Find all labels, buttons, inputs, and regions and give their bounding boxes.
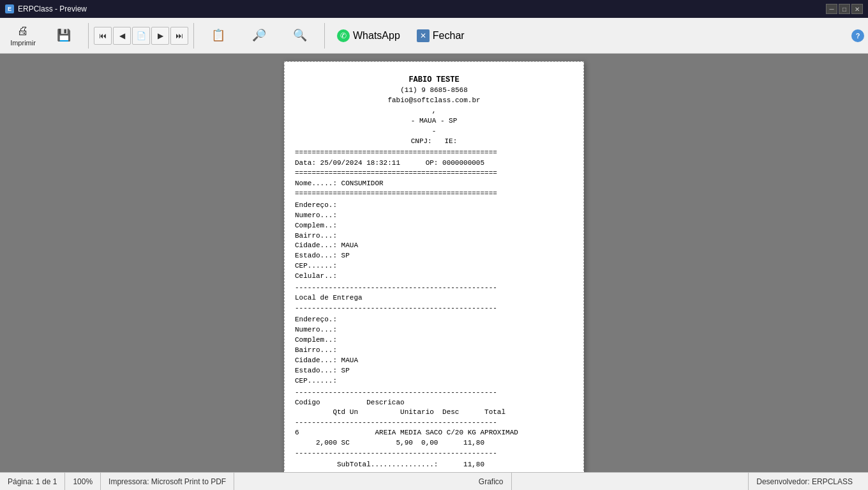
separator-1: ========================================… [295,148,573,158]
address-line-1: Numero...: [295,211,573,221]
zoom-out-button[interactable]: 🔍 [281,25,319,47]
separator-3: ========================================… [295,189,573,199]
delivery-line-5: Estado...: SP [295,366,573,376]
help-button[interactable]: ? [851,29,864,42]
doc-header: FABIO TESTE (11) 9 8685-8568 fabio@softc… [295,75,573,147]
cnpj-line: CNPJ: IE: [295,137,573,147]
restore-button[interactable]: □ [839,4,850,14]
dash-sep-1: ----------------------------------------… [295,283,573,293]
subtotal-line: SubTotal...............: 11,80 [295,460,573,470]
main-area: FABIO TESTE (11) 9 8685-8568 fabio@softc… [0,54,868,472]
col-sub: Qtd Un Unitario Desc Total [295,408,573,418]
item-code: 6 [295,429,299,436]
separator-3 [324,23,325,49]
nav-last-button[interactable]: ⏭ [170,27,188,45]
close-icon: ✕ [417,29,430,42]
company-name: FABIO TESTE [295,75,573,86]
address-line-2: Complem..: [295,221,573,231]
save-button[interactable]: 💾 [45,25,83,47]
separator-1 [88,23,89,49]
title-bar-left: E ERPClass - Preview [5,4,87,13]
separator-2 [193,23,194,49]
whatsapp-icon: ✆ [337,29,350,42]
address-line-5: Estado...: SP [295,251,573,261]
save-icon: 💾 [57,28,71,42]
delivery-line-0: Endereço.: [295,315,573,325]
nav-group: ⏮ ◀ 📄 ▶ ⏭ [94,27,188,45]
totals-section: SubTotal...............: 11,80 Desconto.… [295,460,573,472]
phone-line: (11) 9 8685-8568 [295,86,573,96]
delivery-line-6: CEP......: [295,376,573,387]
center-info: Grafico [471,473,512,490]
delivery-section: Endereço.: Numero...: Complem..: Bairro.… [295,315,573,387]
title-bar-text: ERPClass - Preview [18,4,87,13]
separator-2: ========================================… [295,169,573,179]
print-button[interactable]: 🖨 Imprimir [4,21,42,50]
address-line-6: CEP......: [295,261,573,272]
city-state-line: - MAUA - SP [295,116,573,126]
developer-info: Desenvolvedor: ERPCLASS [748,473,860,490]
close-window-button[interactable]: ✕ [851,4,863,14]
page-icon: 📋 [211,28,225,42]
nome-line: Nome.....: CONSUMIDOR [295,179,573,189]
address-line-4: Cidade...: MAUA [295,241,573,251]
print-label: Imprimir [10,39,36,47]
print-icon: 🖨 [17,24,29,38]
zoom-in-icon: 🔎 [252,28,266,42]
dash-sep-2: ----------------------------------------… [295,303,573,314]
item-code-desc: 6 AREIA MEDIA SACO C/20 KG APROXIMAD [295,428,573,438]
document-preview: FABIO TESTE (11) 9 8685-8568 fabio@softc… [284,61,584,472]
status-bar: Página: 1 de 1 100% Impressora: Microsof… [0,472,868,490]
address-line-0: Endereço.: [295,201,573,211]
dash-line: - [295,126,573,137]
title-bar-controls[interactable]: ─ □ ✕ [826,4,863,14]
dash-sep-5: ----------------------------------------… [295,448,573,459]
zoom-out-icon: 🔍 [293,28,307,42]
close-label: Fechar [433,30,465,42]
item-detail: 2,000 SC 5,90 0,00 11,80 [295,438,573,448]
close-button[interactable]: ✕ Fechar [410,26,472,46]
printer-info: Impressora: Microsoft Print to PDF [101,473,234,490]
nav-first-button[interactable]: ⏮ [94,27,112,45]
address-line-7: Celular..: [295,272,573,282]
minimize-button[interactable]: ─ [826,4,837,14]
dash-sep-3: ----------------------------------------… [295,388,573,398]
delivery-line-1: Numero...: [295,325,573,335]
whatsapp-button[interactable]: ✆ WhatsApp [330,26,407,46]
nav-prev-button[interactable]: ◀ [113,27,131,45]
page-button[interactable]: 📋 [199,25,237,47]
col-headers: Codigo Descricao [295,398,573,408]
title-bar: E ERPClass - Preview ─ □ ✕ [0,0,868,18]
zoom-level: 100% [65,473,101,490]
data-op-line: Data: 25/09/2024 18:32:11 OP: 0000000005 [295,158,573,169]
comma-line: , [295,106,573,116]
address-line-3: Bairro...: [295,231,573,241]
nav-next-button[interactable]: ▶ [151,27,169,45]
whatsapp-label: WhatsApp [353,30,400,42]
app-icon: E [5,4,14,13]
local-entrega-label: Local de Entrega [295,293,573,303]
nav-snapshot-button[interactable]: 📄 [132,27,150,45]
address-section: Endereço.: Numero...: Complem..: Bairro.… [295,201,573,282]
email-line: fabio@softclass.com.br [295,96,573,106]
toolbar: 🖨 Imprimir 💾 ⏮ ◀ 📄 ▶ ⏭ 📋 🔎 🔍 ✆ WhatsApp … [0,18,868,54]
delivery-line-3: Bairro...: [295,346,573,356]
delivery-line-2: Complem..: [295,335,573,346]
page-info: Página: 1 de 1 [8,473,65,490]
delivery-line-4: Cidade...: MAUA [295,356,573,366]
item-desc: AREIA MEDIA SACO C/20 KG APROXIMAD [375,429,518,436]
dash-sep-4: ----------------------------------------… [295,418,573,428]
zoom-in-button[interactable]: 🔎 [240,25,278,47]
